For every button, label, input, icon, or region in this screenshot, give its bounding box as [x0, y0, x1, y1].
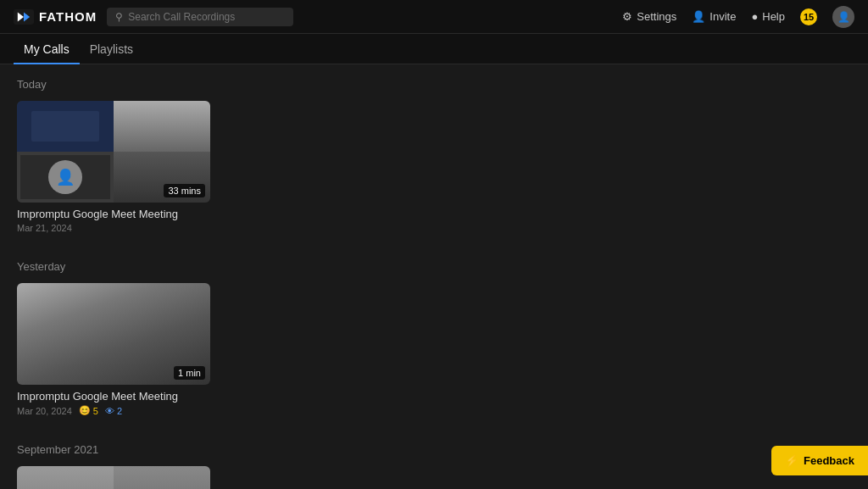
screen-preview — [17, 101, 114, 152]
section-today: Today — [17, 78, 851, 243]
tab-nav: My Calls Playlists — [0, 34, 868, 64]
views-count: 2 — [117, 406, 122, 416]
section-yesterday-label: Yesterday — [17, 260, 851, 273]
duration-badge-today: 33 mins — [164, 184, 205, 197]
reactions-count: 5 — [93, 406, 98, 416]
face-bg-1 — [114, 101, 210, 152]
feedback-button[interactable]: ⚡ Feedback — [771, 446, 868, 475]
reactions-icon: 😊 — [79, 405, 91, 416]
thumb-cell-avatar: 👤 — [17, 152, 114, 203]
tab-my-calls[interactable]: My Calls — [14, 36, 80, 64]
search-icon: ⚲ — [115, 11, 123, 23]
avatar-bg: 👤 — [20, 155, 110, 199]
views-icon: 👁 — [105, 406, 114, 416]
call-thumbnail-yesterday: 1 min — [17, 283, 210, 385]
views-badge: 👁 2 — [105, 406, 122, 416]
invite-label: Invite — [709, 10, 736, 23]
section-sep2021: September 2021 — [17, 443, 851, 489]
call-title-yesterday: Impromptu Google Meet Meeting — [17, 390, 210, 403]
feedback-label: Feedback — [804, 454, 854, 467]
section-today-label: Today — [17, 78, 851, 91]
user-avatar[interactable]: 👤 — [832, 6, 854, 28]
settings-button[interactable]: ⚙ Settings — [622, 10, 676, 23]
thumb-cell-face-top — [114, 101, 210, 152]
header-right: ⚙ Settings 👤 Invite ● Help 15 👤 — [622, 6, 854, 28]
call-meta-yesterday: Mar 20, 2024 😊 5 👁 2 — [17, 405, 210, 416]
app-name: FATHOM — [39, 9, 97, 24]
call-meta-today: Mar 21, 2024 — [17, 223, 210, 233]
header: FATHOM ⚲ ⚙ Settings 👤 Invite ● Help 15 👤 — [0, 0, 868, 34]
call-date-today: Mar 21, 2024 — [17, 223, 72, 233]
tab-playlists[interactable]: Playlists — [80, 36, 143, 64]
call-thumbnail-today-1: 👤 33 mins — [17, 101, 210, 203]
notifications-badge: 15 — [800, 8, 817, 25]
screen-text-block — [31, 111, 99, 142]
logo[interactable]: FATHOM — [14, 9, 97, 25]
help-label: Help — [762, 10, 785, 23]
sep-right-cell — [114, 466, 210, 489]
logo-icon — [14, 9, 34, 25]
call-date-yesterday: Mar 20, 2024 — [17, 406, 72, 416]
help-button[interactable]: ● Help — [751, 10, 785, 23]
avatar-person-icon: 👤 — [56, 168, 75, 186]
duration-badge-yesterday: 1 min — [174, 366, 205, 380]
call-title-today: Impromptu Google Meet Meeting — [17, 208, 210, 220]
user-avatar-thumb: 👤 — [48, 160, 82, 194]
section-sep2021-label: September 2021 — [17, 443, 851, 456]
help-icon: ● — [751, 10, 758, 23]
main-content: Today — [0, 64, 868, 489]
search-bar[interactable]: ⚲ — [107, 8, 293, 26]
sep-thumbnail[interactable] — [17, 466, 210, 489]
reactions-badge: 😊 5 — [79, 405, 98, 416]
avatar-icon: 👤 — [837, 11, 850, 23]
sep-left-cell — [17, 466, 114, 489]
call-card-yesterday-1[interactable]: 1 min Impromptu Google Meet Meeting Mar … — [17, 283, 210, 416]
feedback-icon: ⚡ — [785, 454, 798, 467]
invite-icon: 👤 — [692, 10, 705, 23]
search-input[interactable] — [128, 11, 285, 23]
notifications[interactable]: 15 — [800, 8, 817, 25]
call-card-today-1[interactable]: 👤 33 mins Impromptu Google Meet Meeting … — [17, 101, 210, 233]
thumb-cell-screen — [17, 101, 114, 152]
invite-button[interactable]: 👤 Invite — [692, 10, 736, 23]
settings-icon: ⚙ — [622, 10, 632, 23]
section-yesterday: Yesterday 1 min Impromptu Google Meet Me… — [17, 260, 851, 426]
settings-label: Settings — [637, 10, 676, 23]
